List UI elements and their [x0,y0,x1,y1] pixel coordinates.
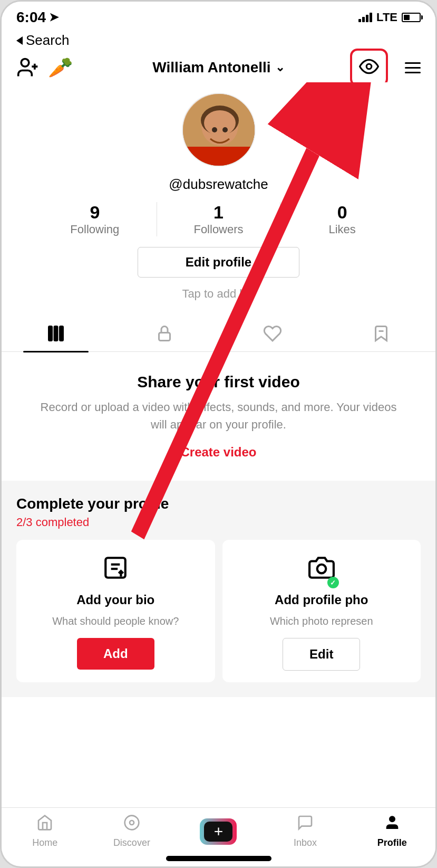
svg-rect-14 [54,327,57,341]
inbox-label: Inbox [294,837,317,848]
complete-profile-progress: 2/3 completed [16,516,421,529]
overlay-container: @dubsrewatche 9 Following 1 Followers 0 … [2,82,435,807]
tab-saved[interactable] [327,316,435,351]
phone-frame: 6:04 ➤ LTE Search [0,0,437,868]
signal-bars-icon [358,13,372,22]
svg-rect-16 [159,333,170,341]
svg-point-0 [21,59,29,67]
carrot-icon: 🥕 [48,56,73,79]
followers-stat[interactable]: 1 Followers [157,202,281,236]
photo-card-description: Which photo represen [270,614,373,628]
nav-add[interactable]: + [175,818,262,845]
lte-label: LTE [376,11,397,24]
create-video-link[interactable]: Create video [180,445,256,460]
avatar-image [183,94,255,166]
add-button[interactable]: + [200,818,237,845]
hamburger-line [405,62,421,64]
profile-content: @dubsrewatche 9 Following 1 Followers 0 … [2,82,435,807]
following-count: 9 [44,202,146,223]
nav-inbox[interactable]: Inbox [262,814,349,848]
profile-nav-label: Profile [377,837,407,848]
discover-icon [123,814,140,835]
avatar[interactable] [182,93,256,167]
discover-label: Discover [113,837,150,848]
svg-point-24 [125,816,139,830]
following-label: Following [44,223,146,236]
likes-count: 0 [291,202,393,223]
tab-videos[interactable] [2,316,110,351]
bio-card-description: What should people know? [52,614,179,628]
likes-label: Likes [291,223,393,236]
svg-point-26 [389,816,395,822]
photo-card-title: Add profile pho [275,593,368,607]
add-plus-icon: + [204,822,232,842]
back-arrow-icon [16,36,23,45]
svg-point-23 [317,565,326,574]
add-user-button[interactable] [16,56,40,79]
avatar-section [182,82,256,173]
empty-state: Share your first video Record or upload … [2,357,435,475]
status-right: LTE [358,11,421,24]
profile-name-area[interactable]: William Antonelli ⌄ [152,59,284,76]
photo-edit-button[interactable]: Edit [283,638,360,671]
search-label: Search [26,32,69,49]
location-arrow-icon: ➤ [49,11,59,24]
empty-description: Record or upload a video with effects, s… [33,398,404,433]
status-bar: 6:04 ➤ LTE [2,2,435,30]
bio-card-title: Add your bio [76,593,154,607]
bio-card-icon [102,555,129,586]
home-icon [36,814,53,835]
bottom-nav: Home Discover + Inbox [2,807,435,853]
inbox-icon [297,814,314,835]
camera-icon-wrapper [308,555,335,586]
username: @dubsrewatche [169,173,268,202]
check-badge-icon [327,577,339,588]
empty-title: Share your first video [137,373,299,391]
followers-count: 1 [168,202,270,223]
search-back-button[interactable]: Search [16,32,69,49]
edit-profile-button[interactable]: Edit profile [138,247,299,278]
complete-cards: Add your bio What should people know? Ad… [16,540,421,682]
nav-discover[interactable]: Discover [89,814,176,848]
profile-header: 🥕 William Antonelli ⌄ [2,55,435,82]
tab-icons-bar [2,316,435,352]
svg-rect-15 [60,327,63,341]
bio-card: Add your bio What should people know? Ad… [16,540,215,682]
likes-stat[interactable]: 0 Likes [280,202,404,236]
photo-card: Add profile pho Which photo represen Edi… [222,540,421,682]
hamburger-line [405,72,421,73]
eye-icon [359,56,379,79]
eye-button[interactable] [350,49,388,87]
profile-nav-icon [384,814,401,835]
following-stat[interactable]: 9 Following [33,202,157,236]
bio-placeholder[interactable]: Tap to add bio [182,287,255,301]
bio-add-button[interactable]: Add [77,638,154,670]
hamburger-menu-button[interactable] [405,62,421,73]
svg-point-11 [222,127,228,132]
svg-point-9 [204,110,236,136]
battery-icon [402,13,421,22]
tab-private[interactable] [110,316,219,351]
home-indicator [166,856,271,861]
complete-profile-section: Complete your profile 2/3 completed [2,481,435,697]
eye-button-wrapper [350,49,388,87]
svg-point-3 [366,64,372,69]
nav-profile[interactable]: Profile [348,814,435,848]
dropdown-arrow-icon: ⌄ [275,61,285,74]
profile-name: William Antonelli [152,59,270,76]
tab-liked[interactable] [219,316,327,351]
status-time: 6:04 ➤ [16,9,59,26]
svg-point-10 [212,127,217,132]
hamburger-line [405,67,421,69]
stats-row: 9 Following 1 Followers 0 Likes [2,202,435,247]
followers-label: Followers [168,223,270,236]
home-label: Home [32,837,57,848]
nav-home[interactable]: Home [2,814,89,848]
svg-point-25 [130,821,134,825]
svg-rect-12 [183,147,256,167]
svg-rect-13 [48,327,52,341]
complete-profile-title: Complete your profile [16,495,421,512]
